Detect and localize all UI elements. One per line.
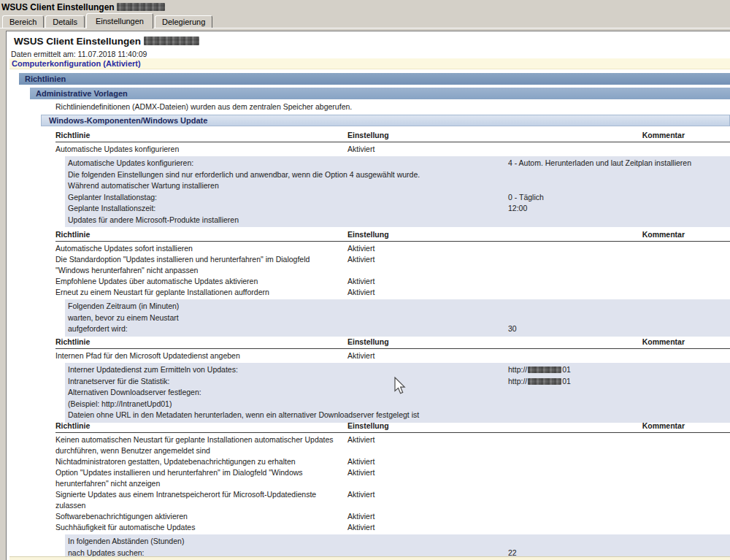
detail-row: Folgenden Zeitraum (in Minuten) — [65, 301, 730, 312]
detail-label: Geplante Installationszeit: — [65, 203, 508, 215]
report-title-text: WSUS Client Einstellungen — [14, 36, 141, 47]
report-date: Daten ermittelt am: 11.07.2018 11:40:09 — [11, 50, 147, 58]
policy-name: Suchhäufigkeit für automatische Updates — [55, 522, 347, 533]
column-header-richtlinie: Richtlinie — [55, 337, 347, 346]
report-title: WSUS Client Einstellungen — [14, 36, 199, 47]
detail-value — [508, 301, 730, 312]
table-row: Suchhäufigkeit für automatische Updates … — [55, 522, 730, 533]
detail-row: (Beispiel: http://IntranetUpd01) — [65, 399, 730, 410]
section-computerkonfiguration[interactable]: Computerkonfiguration (Aktiviert) — [9, 58, 730, 69]
detail-value — [508, 399, 730, 410]
admx-note: Richtliniendefinitionen (ADMX-Dateien) w… — [55, 102, 352, 111]
table-row: Die Standardoption "Updates installieren… — [55, 254, 730, 276]
policy-setting: Aktiviert — [347, 434, 636, 456]
policy-setting: Aktiviert — [347, 287, 636, 298]
window-title: WSUS Client Einstellungen — [1, 2, 165, 12]
policy-setting: Aktiviert — [347, 276, 636, 287]
mouse-cursor-icon — [394, 377, 407, 399]
detail-row: Geplante Installationszeit: 12:00 — [65, 203, 730, 215]
table-row: Softwarebenachrichtigungen aktivieren Ak… — [55, 511, 730, 522]
detail-value — [508, 536, 730, 548]
column-header-kommentar: Kommentar — [636, 337, 730, 346]
table-row: Automatische Updates sofort installieren… — [55, 243, 730, 254]
policy-name: Internen Pfad für den Microsoft Updatedi… — [55, 350, 347, 361]
column-header-richtlinie: Richtlinie — [55, 230, 347, 239]
url-suffix: 01 — [562, 377, 571, 386]
column-header-einstellung: Einstellung — [347, 230, 636, 239]
detail-label: Geplanter Installationstag: — [65, 192, 508, 204]
policy-name: Keinen automatischen Neustart für geplan… — [55, 434, 347, 456]
url-prefix: http:// — [508, 377, 527, 386]
detail-row: In folgenden Abständen (Stunden) — [65, 536, 730, 548]
url-prefix: http:// — [508, 365, 527, 374]
detail-label: In folgenden Abständen (Stunden) — [65, 536, 508, 548]
policy-detail-block: Automatische Updates konfigurieren: 4 - … — [65, 156, 730, 227]
tab-einstellungen[interactable]: Einstellungen — [86, 13, 153, 28]
detail-value — [508, 215, 730, 226]
detail-label: Automatische Updates konfigurieren: — [65, 158, 508, 169]
group-richtlinien[interactable]: Richtlinien — [19, 73, 730, 85]
column-header-kommentar: Kommentar — [636, 131, 730, 139]
detail-row: warten, bevor zu einem Neustart — [65, 312, 730, 324]
policy-name: Signierte Updates aus einem Intranetspei… — [55, 489, 347, 511]
policy-setting: Aktiviert — [347, 144, 636, 155]
tab-page: WSUS Client Einstellungen Daten ermittel… — [0, 28, 730, 560]
table-row: Nichtadministratoren gestatten, Updatebe… — [55, 456, 730, 467]
tab-bereich[interactable]: Bereich — [2, 15, 44, 28]
detail-row: Interner Updatedienst zum Ermitteln von … — [65, 364, 730, 376]
detail-value — [508, 410, 730, 421]
policy-setting: Aktiviert — [347, 456, 636, 467]
settings-report-panel[interactable]: WSUS Client Einstellungen Daten ermittel… — [6, 31, 730, 560]
table-header: Richtlinie Einstellung Kommentar — [55, 230, 730, 242]
tab-details[interactable]: Details — [45, 15, 85, 28]
table-row: Automatische Updates konfigurieren Aktiv… — [55, 144, 730, 155]
policy-name: Die Standardoption "Updates installieren… — [55, 254, 347, 276]
table-row: Option "Updates installieren und herunte… — [55, 467, 730, 489]
detail-label: Die folgenden Einstellungen sind nur erf… — [65, 169, 508, 181]
detail-label: Interner Updatedienst zum Ermitteln von … — [65, 364, 508, 376]
policy-name: Automatische Updates sofort installieren — [55, 243, 347, 254]
detail-label: Updates für andere Microsoft-Produkte in… — [65, 215, 508, 226]
detail-row: Während automatischer Wartung installier… — [65, 180, 730, 192]
next-section-band — [9, 556, 730, 560]
detail-label: Während automatischer Wartung installier… — [65, 180, 508, 192]
column-header-einstellung: Einstellung — [347, 131, 636, 139]
policy-name: Empfohlene Updates über automatische Upd… — [55, 276, 347, 287]
detail-value — [508, 387, 730, 399]
group-windows-update[interactable]: Windows-Komponenten/Windows Update — [41, 115, 730, 126]
policy-setting: Aktiviert — [347, 511, 636, 522]
redacted-gpo-name — [144, 37, 199, 45]
policy-name: Softwarebenachrichtigungen aktivieren — [55, 511, 347, 522]
window-title-text: WSUS Client Einstellungen — [1, 2, 115, 12]
detail-row: aufgefordert wird: 30 — [65, 323, 730, 335]
detail-value: 4 - Autom. Herunterladen und laut Zeitpl… — [508, 158, 730, 169]
detail-value-url: http://01 — [508, 364, 730, 376]
redacted-gpo-name — [117, 3, 165, 11]
policy-detail-block: Folgenden Zeitraum (in Minuten) warten, … — [65, 299, 730, 337]
redacted-server-name — [528, 378, 561, 385]
table-header: Richtlinie Einstellung Kommentar — [55, 421, 730, 433]
table-header: Richtlinie Einstellung Kommentar — [55, 337, 730, 349]
redacted-server-name — [528, 367, 561, 373]
policy-table: Richtlinie Einstellung Kommentar Interne… — [55, 337, 730, 423]
policy-setting: Aktiviert — [347, 522, 636, 533]
detail-label: Intranetserver für die Statistik: — [65, 376, 508, 388]
policy-setting: Aktiviert — [347, 243, 636, 254]
url-suffix: 01 — [562, 365, 571, 374]
detail-label: Dateien ohne URL in den Metadaten herunt… — [65, 410, 508, 421]
detail-row: Updates für andere Microsoft-Produkte in… — [65, 215, 730, 226]
group-administrative-vorlagen[interactable]: Administrative Vorlagen — [30, 88, 730, 99]
policy-setting: Aktiviert — [347, 254, 636, 276]
detail-label: (Beispiel: http://IntranetUpd01) — [65, 399, 508, 410]
policy-setting: Aktiviert — [347, 467, 636, 489]
policy-name: Erneut zu einem Neustart für geplante In… — [55, 287, 347, 298]
detail-value — [508, 180, 730, 192]
column-header-kommentar: Kommentar — [636, 230, 730, 239]
column-header-richtlinie: Richtlinie — [55, 421, 347, 430]
tab-strip: Bereich Details Einstellungen Delegierun… — [2, 12, 214, 28]
policy-table: Richtlinie Einstellung Kommentar Automat… — [55, 131, 730, 227]
policy-table: Richtlinie Einstellung Kommentar Keinen … — [55, 421, 730, 560]
table-row: Internen Pfad für den Microsoft Updatedi… — [55, 350, 730, 361]
tab-delegierung[interactable]: Delegierung — [155, 15, 212, 28]
policy-name: Nichtadministratoren gestatten, Updatebe… — [55, 456, 347, 467]
